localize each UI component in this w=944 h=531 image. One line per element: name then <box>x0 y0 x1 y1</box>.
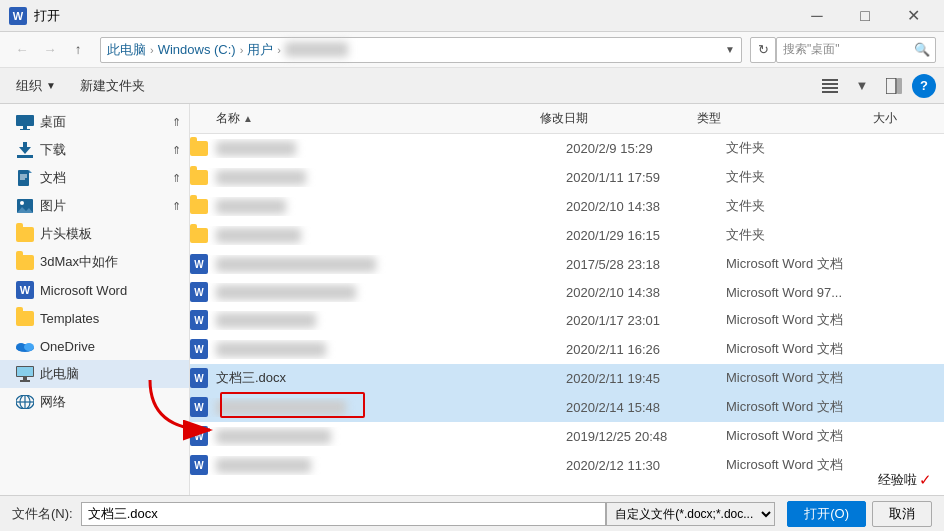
address-toolbar: ← → ↑ 此电脑 › Windows (C:) › 用户 › ██████ ▼… <box>0 32 944 68</box>
file-name: █████████████████████ <box>208 283 558 302</box>
file-type: 文件夹 <box>718 137 898 159</box>
organize-button[interactable]: 组织 ▼ <box>8 73 64 99</box>
table-row[interactable]: W█████████████████████2020/2/10 14:38Mic… <box>190 279 944 306</box>
refresh-button[interactable]: ↻ <box>750 37 776 63</box>
table-row[interactable]: W█████████████████████2020/2/14 15:48Mic… <box>190 393 944 422</box>
maximize-button[interactable]: □ <box>842 0 888 32</box>
file-icon: W <box>190 339 208 359</box>
sidebar-item-this-pc[interactable]: 此电脑 <box>0 360 189 388</box>
new-folder-button[interactable]: 新建文件夹 <box>72 73 153 99</box>
file-header: 名称 ▲ 修改日期 类型 大小 <box>190 104 944 134</box>
sidebar-label-onedrive: OneDrive <box>40 339 181 354</box>
file-icon: W <box>190 282 208 302</box>
filename-area: 文件名(N): <box>12 502 606 526</box>
file-name: █████████████████████ <box>208 456 558 475</box>
file-icon <box>190 170 208 185</box>
address-dropdown[interactable]: ▼ <box>725 44 735 55</box>
file-date: 2020/1/11 17:59 <box>558 168 718 187</box>
search-icon[interactable]: 🔍 <box>909 37 935 63</box>
close-button[interactable]: ✕ <box>890 0 936 32</box>
file-date: 2020/2/14 15:48 <box>558 398 718 417</box>
sidebar-item-desktop[interactable]: 桌面 ⇑ <box>0 108 189 136</box>
back-button[interactable]: ← <box>8 36 36 64</box>
pin-icon-downloads: ⇑ <box>172 144 181 157</box>
crumb-username[interactable]: ██████ <box>285 42 348 57</box>
file-type: Microsoft Word 文档 <box>718 367 898 389</box>
preview-pane-button[interactable] <box>880 72 908 100</box>
file-type: Microsoft Word 文档 <box>718 309 898 331</box>
sidebar-item-network[interactable]: 网络 <box>0 388 189 416</box>
file-list: █████████████████████2020/2/9 15:29文件夹██… <box>190 134 944 495</box>
table-row[interactable]: W█████████████████████2019/12/25 20:48Mi… <box>190 422 944 451</box>
filetype-select[interactable]: 自定义文件(*.docx;*.doc... <box>606 502 775 526</box>
sidebar-label-downloads: 下载 <box>40 141 166 159</box>
file-name: █████████████████████ <box>208 311 558 330</box>
cancel-button[interactable]: 取消 <box>872 501 932 527</box>
file-name: █████████████████████ <box>208 255 558 274</box>
col-size[interactable]: 大小 <box>865 108 944 129</box>
sidebar-label-pictures: 图片 <box>40 197 166 215</box>
file-type: Microsoft Word 文档 <box>718 425 898 447</box>
file-icon <box>190 199 208 214</box>
col-type[interactable]: 类型 <box>689 108 865 129</box>
crumb-pc[interactable]: 此电脑 <box>107 41 146 59</box>
svg-rect-6 <box>16 115 34 126</box>
search-placeholder: 搜索"桌面" <box>777 41 909 58</box>
file-name: █████████████████████ <box>208 398 558 417</box>
file-name: █████████████████████ <box>208 168 558 187</box>
view-dropdown-button[interactable]: ▼ <box>848 72 876 100</box>
table-row[interactable]: W文档三.docx2020/2/11 19:45Microsoft Word 文… <box>190 364 944 393</box>
sidebar-item-header-template[interactable]: 片头模板 <box>0 220 189 248</box>
bottom-bar: 文件名(N): 自定义文件(*.docx;*.doc... 打开(O) 取消 <box>0 495 944 531</box>
sidebar-item-documents[interactable]: 文档 ⇑ <box>0 164 189 192</box>
table-row[interactable]: W█████████████████████2017/5/28 23:18Mic… <box>190 250 944 279</box>
svg-rect-11 <box>17 155 33 158</box>
table-row[interactable]: █████████████████████2020/2/9 15:29文件夹 <box>190 134 944 163</box>
col-date[interactable]: 修改日期 <box>532 108 689 129</box>
templates-icon <box>16 309 34 327</box>
search-bar[interactable]: 搜索"桌面" 🔍 <box>776 37 936 63</box>
col-name[interactable]: 名称 ▲ <box>208 108 533 129</box>
downloads-icon <box>16 141 34 159</box>
sidebar-item-templates[interactable]: Templates <box>0 304 189 332</box>
help-button[interactable]: ? <box>912 74 936 98</box>
sidebar-item-onedrive[interactable]: OneDrive <box>0 332 189 360</box>
file-name: █████████████████████ <box>208 197 558 216</box>
view-list-button[interactable] <box>816 72 844 100</box>
file-name: █████████████████████ <box>208 340 558 359</box>
sidebar-item-downloads[interactable]: 下载 ⇑ <box>0 136 189 164</box>
table-row[interactable]: W█████████████████████2020/2/11 16:26Mic… <box>190 335 944 364</box>
table-row[interactable]: █████████████████████2020/1/11 17:59文件夹 <box>190 163 944 192</box>
crumb-c[interactable]: Windows (C:) <box>158 42 236 57</box>
svg-rect-24 <box>17 367 33 376</box>
svg-rect-26 <box>20 380 30 382</box>
sidebar-item-microsoft-word[interactable]: W Microsoft Word <box>0 276 189 304</box>
up-button[interactable]: ↑ <box>64 36 92 64</box>
file-area: 名称 ▲ 修改日期 类型 大小 █████████████████████202… <box>190 104 944 495</box>
forward-button[interactable]: → <box>36 36 64 64</box>
table-row[interactable]: W█████████████████████2020/1/17 23:01Mic… <box>190 306 944 335</box>
sidebar-item-pictures[interactable]: 图片 ⇑ <box>0 192 189 220</box>
minimize-button[interactable]: ─ <box>794 0 840 32</box>
address-bar[interactable]: 此电脑 › Windows (C:) › 用户 › ██████ ▼ <box>100 37 742 63</box>
file-date: 2020/2/10 14:38 <box>558 283 718 302</box>
open-button[interactable]: 打开(O) <box>787 501 866 527</box>
filename-input[interactable] <box>81 502 607 526</box>
svg-rect-10 <box>23 142 27 148</box>
sidebar-label-header-template: 片头模板 <box>40 225 181 243</box>
table-row[interactable]: █████████████████████2020/2/10 14:38文件夹 <box>190 192 944 221</box>
file-date: 2020/1/29 16:15 <box>558 226 718 245</box>
pin-icon-pictures: ⇑ <box>172 200 181 213</box>
file-name: █████████████████████ <box>208 427 558 446</box>
svg-rect-3 <box>822 91 838 93</box>
this-pc-icon <box>16 365 34 383</box>
svg-rect-5 <box>897 78 902 94</box>
table-row[interactable]: W█████████████████████2020/2/12 11:30Mic… <box>190 451 944 480</box>
svg-rect-25 <box>23 377 27 380</box>
sidebar-item-3dmax[interactable]: 3dMax中如作 <box>0 248 189 276</box>
file-date: 2017/5/28 23:18 <box>558 255 718 274</box>
file-date: 2020/1/17 23:01 <box>558 311 718 330</box>
table-row[interactable]: █████████████████████2020/1/29 16:15文件夹 <box>190 221 944 250</box>
crumb-user[interactable]: 用户 <box>247 41 273 59</box>
file-date: 2020/2/11 16:26 <box>558 340 718 359</box>
